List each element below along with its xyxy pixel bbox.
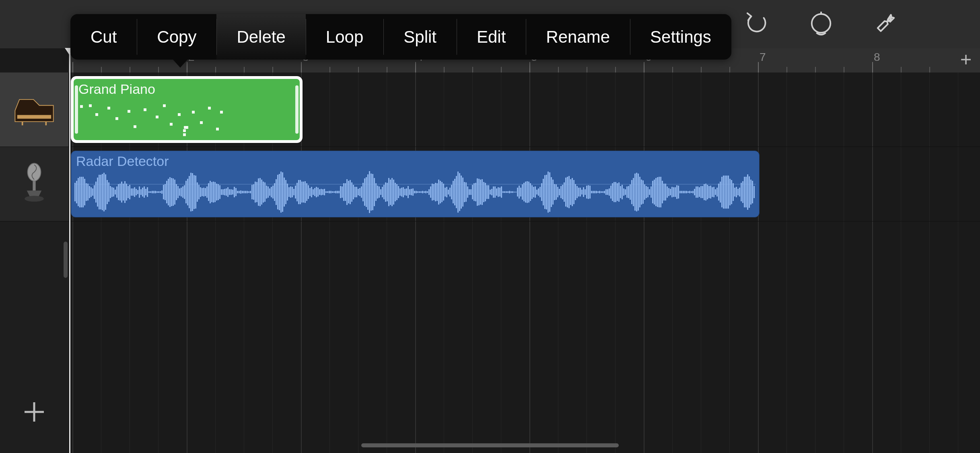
waveform [74,173,756,211]
context-menu-pointer [173,60,187,68]
tracks-area[interactable]: Grand Piano Radar Detector [68,72,980,453]
undo-button[interactable] [743,10,771,38]
microphone-icon [12,161,56,207]
context-item-label: Rename [546,27,610,47]
context-loop[interactable]: Loop [306,14,383,60]
context-split[interactable]: Split [383,14,457,60]
context-edit[interactable]: Edit [457,14,526,60]
track-settings-button[interactable] [871,10,900,38]
context-item-label: Copy [157,27,196,47]
loop-browser-button[interactable] [807,10,835,38]
vertical-scroll-indicator [64,242,68,278]
add-track-button[interactable] [0,389,68,437]
midi-note-preview [79,101,294,135]
track-lane[interactable]: Grand Piano [68,72,980,147]
track-header-piano[interactable] [0,72,68,147]
playhead[interactable] [69,48,70,453]
context-delete[interactable]: Delete [216,14,305,60]
loop-browser-icon [809,11,834,37]
midi-region[interactable]: Grand Piano [71,76,303,143]
ruler-bar-number: 8 [874,51,880,64]
context-item-label: Settings [650,27,711,47]
audio-region[interactable]: Radar Detector [71,151,760,217]
ruler-bar-number: 7 [760,51,766,64]
context-rename[interactable]: Rename [526,14,630,60]
context-item-label: Loop [326,27,363,47]
home-indicator [361,443,619,447]
context-item-label: Cut [91,27,117,47]
region-label: Radar Detector [76,153,169,169]
region-label: Grand Piano [78,81,155,97]
context-cut[interactable]: Cut [70,14,137,60]
svg-rect-7 [33,181,35,191]
track-header-mic[interactable] [0,147,68,221]
svg-point-8 [25,196,44,202]
svg-point-0 [812,14,831,33]
plus-icon [959,53,973,68]
context-item-label: Split [404,27,436,47]
context-copy[interactable]: Copy [137,14,216,60]
region-resize-handle-left[interactable] [75,85,78,134]
piano-icon [12,87,56,132]
context-item-label: Edit [477,27,506,47]
region-context-menu: Cut Copy Delete Loop Split Edit Rename S… [70,14,731,60]
context-item-label: Delete [237,27,285,47]
add-section-button[interactable] [952,48,980,72]
track-lane[interactable]: Radar Detector [68,147,980,221]
region-resize-handle-right[interactable] [295,85,299,134]
svg-rect-3 [17,115,51,119]
context-settings[interactable]: Settings [630,14,731,60]
track-headers [0,72,68,453]
plus-icon [22,400,46,426]
undo-icon [744,11,769,37]
wrench-icon [873,11,898,37]
